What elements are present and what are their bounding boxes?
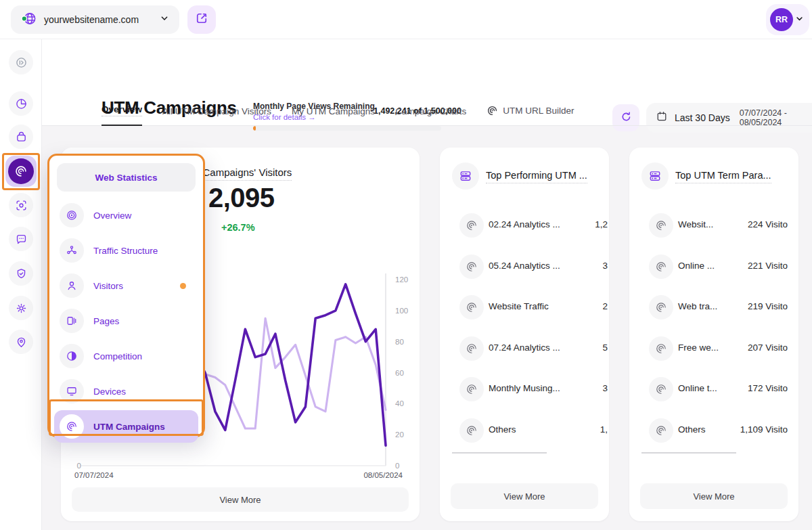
calendar-icon (656, 110, 668, 125)
x-axis-end-date: 08/05/2024 (363, 471, 403, 479)
svg-text:0: 0 (395, 462, 399, 470)
monitor-icon (60, 379, 84, 403)
item-label: Web tra... (678, 301, 717, 311)
date-range-picker[interactable]: Last 30 Days 07/07/2024 - 08/05/2024 (646, 103, 812, 133)
view-more-button[interactable]: View More (451, 483, 598, 509)
menu-item-pages[interactable]: Pages (54, 305, 198, 337)
globe-icon (20, 10, 37, 30)
menu-item-label: Competition (93, 351, 198, 361)
chat-bubble-icon (15, 233, 28, 246)
sidebar-item-arrow-circle[interactable] (9, 50, 33, 74)
list-item[interactable]: Website Traffic2 (440, 295, 609, 319)
spiral-icon (459, 213, 484, 238)
spiral-icon (459, 336, 484, 361)
item-value: 221 Visito (732, 261, 788, 271)
refresh-button[interactable] (612, 104, 639, 131)
menu-item-traffic-structure[interactable]: Traffic Structure (54, 234, 198, 267)
sidebar-item-shopping-bag[interactable] (9, 125, 33, 149)
tab-label: Overview (102, 104, 142, 116)
list-item[interactable]: 07.24 Analytics ...5 (440, 336, 609, 361)
item-value: 3 (574, 261, 608, 271)
tab-label: All UTM Campaign Visitors (162, 106, 271, 116)
menu-item-devices[interactable]: Devices (54, 375, 198, 407)
item-value: 2 (574, 301, 608, 311)
gear-icon (15, 302, 28, 315)
item-label: Free we... (678, 343, 719, 353)
svg-text:100: 100 (395, 307, 408, 315)
list-item[interactable]: Others1, (440, 418, 609, 443)
item-label: 07.24 Analytics ... (489, 343, 560, 353)
item-value: 1, (574, 424, 608, 435)
menu-item-overview[interactable]: Overview (54, 199, 198, 231)
sidebar-item-pie-chart[interactable] (9, 91, 33, 116)
divider (641, 452, 736, 454)
server-icon (452, 162, 479, 190)
arrow-circle-icon (15, 56, 28, 69)
list-item[interactable]: Online ...221 Visito (629, 255, 798, 279)
tab-all-utm-campaign-visitors[interactable]: All UTM Campaign Visitors (162, 106, 271, 126)
website-selector[interactable]: yourwebsitename.com (11, 5, 179, 34)
spiral-icon (60, 414, 84, 439)
item-value: 224 Visito (732, 219, 788, 229)
top-bar: yourwebsitename.com RR (0, 0, 812, 39)
sidebar-item-web-statistics-active[interactable] (5, 156, 37, 187)
top-utm-term-card: Top UTM Term Para... Websit...224 Visito… (629, 148, 798, 521)
item-label: Others (489, 424, 516, 435)
sidebar-item-camera-focus[interactable] (9, 193, 33, 217)
menu-item-label: Traffic Structure (93, 246, 198, 256)
item-label: 02.24 Analytics ... (489, 219, 560, 229)
contrast-icon (60, 344, 84, 368)
svg-text:0: 0 (77, 462, 81, 470)
app-sidebar (0, 39, 42, 530)
pages-icon (60, 309, 84, 333)
sidebar-item-map-pin[interactable] (9, 330, 33, 354)
list-item[interactable]: Online t...172 Visito (629, 377, 798, 401)
tab-bar: OverviewAll UTM Campaign VisitorsMy UTM … (102, 104, 574, 126)
shield-check-icon (15, 267, 28, 280)
total-visitors-value: 2,095 (208, 183, 275, 213)
list-item[interactable]: Websit...224 Visito (629, 213, 798, 238)
shopping-bag-icon (15, 131, 28, 143)
list-item[interactable]: 05.24 Analytics ...3 (440, 255, 609, 279)
sidebar-item-chat-bubble[interactable] (9, 227, 33, 251)
camera-focus-icon (15, 199, 28, 212)
card-title: Top UTM Term Para... (675, 170, 771, 183)
tab-overview[interactable]: Overview (102, 104, 142, 126)
tab-my-utm-campaigns[interactable]: My UTM Campaigns (292, 106, 375, 126)
spiral-icon (649, 418, 673, 443)
list-item[interactable]: Monthly Musing...3 (440, 377, 609, 401)
list-item[interactable]: Free we...207 Visito (629, 336, 798, 361)
card-title: Top Performing UTM ... (486, 170, 587, 183)
view-more-button[interactable]: View More (640, 483, 788, 509)
spiral-icon (487, 105, 498, 116)
list-item[interactable]: Others1,109 Visito (629, 418, 798, 443)
list-item[interactable]: Web tra...219 Visito (629, 295, 798, 319)
sidebar-item-shield-check[interactable] (9, 261, 33, 286)
view-more-button[interactable]: View More (72, 487, 409, 512)
menu-item-utm-campaigns[interactable]: UTM Campaigns (54, 410, 198, 443)
item-value: 207 Visito (732, 343, 788, 353)
item-value: 172 Visito (732, 383, 788, 393)
account-menu[interactable]: RR (766, 4, 809, 35)
map-pin-icon (15, 336, 28, 349)
website-name: yourwebsitename.com (44, 14, 159, 25)
refresh-icon (620, 110, 633, 126)
item-label: Website Traffic (489, 301, 549, 311)
svg-text:20: 20 (395, 430, 404, 439)
avatar: RR (770, 8, 793, 31)
open-website-button[interactable] (187, 5, 216, 34)
menu-item-label: Devices (93, 387, 198, 397)
spiral-icon (8, 158, 34, 184)
svg-text:120: 120 (395, 275, 408, 284)
item-label: Others (678, 424, 706, 435)
server-icon (641, 162, 669, 190)
spiral-icon (459, 377, 484, 401)
share-nodes-icon (60, 238, 84, 263)
menu-item-competition[interactable]: Competition (54, 340, 198, 372)
menu-item-visitors[interactable]: Visitors (54, 269, 198, 302)
tab-campaign-charts[interactable]: Campaign Charts (395, 106, 466, 126)
tab-utm-url-builder[interactable]: UTM URL Builder (487, 105, 574, 126)
list-item[interactable]: 02.24 Analytics ...1,2 (440, 213, 609, 238)
sidebar-item-gear[interactable] (9, 296, 33, 320)
chevron-down-icon (794, 14, 805, 26)
